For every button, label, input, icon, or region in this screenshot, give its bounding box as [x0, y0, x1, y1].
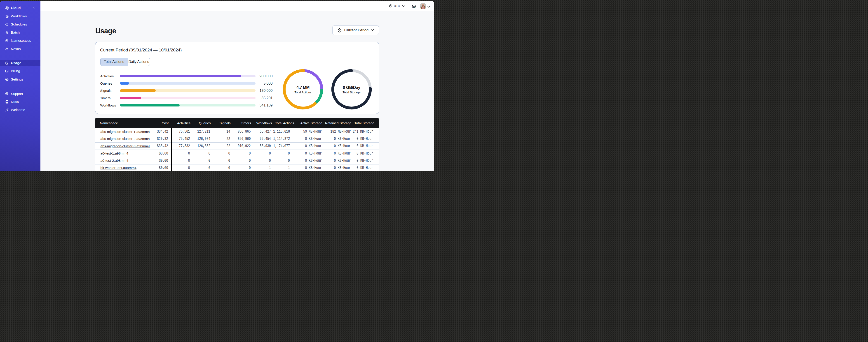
svg-text:Total Storage: Total Storage: [343, 91, 361, 94]
svg-text:0 GB/Day: 0 GB/Day: [343, 85, 360, 90]
svg-text:4.7 MM: 4.7 MM: [297, 85, 310, 90]
svg-text:Total Actions: Total Actions: [294, 91, 312, 94]
